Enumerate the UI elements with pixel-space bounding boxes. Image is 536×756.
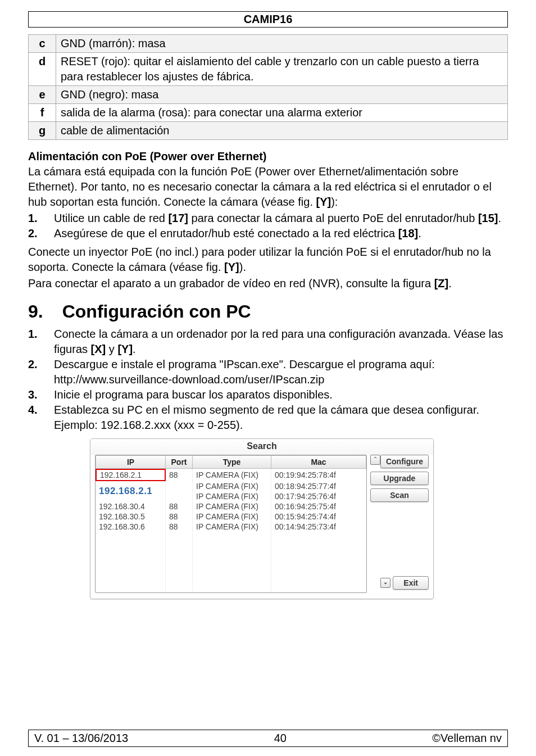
t: Descargue e instale el programa "IPscan.…	[54, 358, 435, 370]
page-footer: V. 01 – 13/06/2013 40 ©Velleman nv	[28, 730, 508, 747]
exit-button[interactable]: Exit	[393, 576, 429, 590]
cell-type: IP CAMERA (FIX)	[193, 469, 271, 481]
cell-type: IP CAMERA (FIX)	[193, 511, 271, 522]
step-num: 2.	[28, 357, 38, 372]
poe-steps: 1. Utilice un cable de red [17] para con…	[28, 211, 508, 241]
step-num: 1.	[28, 211, 38, 226]
table-row: fsalida de la alarma (rosa): para conect…	[29, 104, 508, 122]
cell-mac	[271, 542, 366, 552]
cell-ip: 192.168.30.5	[96, 511, 166, 522]
poe-after2: Para conectar el aparato a un grabador d…	[28, 276, 508, 291]
table-row[interactable]: 192.168.30.588IP CAMERA (FIX)00:15:94:25…	[96, 511, 366, 522]
table-row: dRESET (rojo): quitar el aislamiento del…	[29, 53, 508, 86]
cell-port: 88	[166, 522, 193, 532]
cell-mac: 00:15:94:25:74:4f	[271, 511, 366, 522]
row-key: g	[29, 122, 56, 140]
config-steps: 1. Conecte la cámara a un ordenador por …	[28, 327, 508, 433]
footer-right: ©Velleman nv	[432, 732, 502, 745]
step-num: 1.	[28, 327, 38, 342]
t: Asegúrese de que el enrutador/hub esté c…	[54, 227, 398, 239]
table-row[interactable]: 192.168.30.488IP CAMERA (FIX)00:16:94:25…	[96, 501, 366, 511]
scroll-down-icon[interactable]: ⌄	[380, 578, 390, 588]
step-num: 4.	[28, 402, 38, 418]
table-row	[96, 582, 366, 592]
t: [Y]	[224, 261, 239, 273]
t: [Y]	[117, 343, 133, 355]
t: [17]	[168, 212, 188, 224]
cell-mac	[271, 552, 366, 562]
upgrade-button[interactable]: Upgrade	[370, 472, 429, 485]
cell-type	[193, 582, 271, 592]
row-key: c	[29, 35, 56, 53]
cell-ip	[96, 552, 166, 562]
cell-mac	[271, 532, 366, 542]
table-row: cGND (marrón): masa	[29, 35, 508, 53]
row-text: cable de alimentación	[56, 122, 508, 140]
row-key: e	[29, 86, 56, 104]
table-row: eGND (negro): masa	[29, 86, 508, 104]
cell-ip	[96, 532, 166, 542]
pin-table: cGND (marrón): masadRESET (rojo): quitar…	[28, 34, 508, 140]
poe-intro-tail: ):	[331, 196, 338, 208]
search-title: Search	[90, 439, 433, 455]
cell-type: IP CAMERA (FIX)	[193, 501, 271, 511]
configure-button[interactable]: Configure	[380, 455, 429, 468]
cell-mac: 00:19:94:25:78:4f	[271, 469, 366, 481]
footer-left: V. 01 – 13/06/2013	[34, 732, 128, 745]
cell-type	[193, 552, 271, 562]
t: [18]	[398, 227, 419, 239]
row-text: GND (marrón): masa	[56, 35, 508, 53]
cell-port	[166, 562, 193, 572]
t: Conecte un inyector PoE (no incl.) para …	[28, 246, 491, 273]
step-num: 2.	[28, 226, 38, 241]
cell-ip	[96, 572, 166, 582]
scroll-up-icon[interactable]: ⌃	[370, 455, 380, 465]
poe-after1: Conecte un inyector PoE (no incl.) para …	[28, 245, 508, 275]
cell-ip	[96, 562, 166, 572]
poe-intro: La cámara está equipada con la función P…	[28, 164, 508, 210]
col-ip[interactable]: IP	[96, 455, 166, 469]
t: [15]	[478, 212, 498, 224]
cell-port	[166, 572, 193, 582]
cell-port	[166, 491, 193, 501]
table-row: gcable de alimentación	[29, 122, 508, 140]
col-mac[interactable]: Mac	[271, 455, 366, 469]
t: Establezca su PC en el mismo segmento de…	[54, 404, 479, 431]
config-step-3: 3. Inicie el programa para buscar los ap…	[54, 387, 508, 402]
table-row[interactable]: 192.168.2.1IP CAMERA (FIX)00:18:94:25:77…	[96, 481, 366, 491]
cell-mac	[271, 562, 366, 572]
t: ).	[239, 261, 246, 273]
cell-ip	[96, 582, 166, 592]
poe-intro-text: La cámara está equipada con la función P…	[28, 165, 492, 208]
table-row[interactable]: 192.168.2.188IP CAMERA (FIX)00:19:94:25:…	[96, 469, 366, 481]
footer-center: 40	[274, 732, 287, 745]
t: [X]	[91, 343, 106, 355]
cell-port: 88	[166, 501, 193, 511]
table-row[interactable]: 192.168.30.688IP CAMERA (FIX)00:14:94:25…	[96, 522, 366, 532]
big-ip: 192.168.2.1	[99, 486, 152, 496]
config-step-1: 1. Conecte la cámara a un ordenador por …	[54, 327, 508, 357]
search-grid-wrap: IP Port Type Mac 192.168.2.188IP CAMERA …	[95, 455, 367, 593]
scan-button[interactable]: Scan	[370, 488, 429, 502]
table-row	[96, 542, 366, 552]
col-port[interactable]: Port	[166, 455, 193, 469]
cell-ip: 192.168.30.6	[96, 522, 166, 532]
table-row	[96, 572, 366, 582]
cell-port	[166, 542, 193, 552]
cell-type: IP CAMERA (FIX)	[193, 491, 271, 501]
t: para conectar la cámara al puerto PoE de…	[188, 212, 478, 224]
cell-type	[193, 532, 271, 542]
table-row	[96, 562, 366, 572]
cell-port	[166, 532, 193, 542]
t: .	[418, 227, 421, 239]
cell-type	[193, 542, 271, 552]
cell-port	[166, 481, 193, 491]
t: .	[448, 277, 452, 289]
poe-intro-ref: [Y]	[316, 196, 331, 208]
t: .	[133, 343, 136, 355]
col-type[interactable]: Type	[193, 455, 271, 469]
row-key: d	[29, 53, 56, 86]
cell-type	[193, 562, 271, 572]
cell-port	[166, 552, 193, 562]
config-step-2: 2. Descargue e instale el programa "IPsc…	[54, 357, 508, 387]
